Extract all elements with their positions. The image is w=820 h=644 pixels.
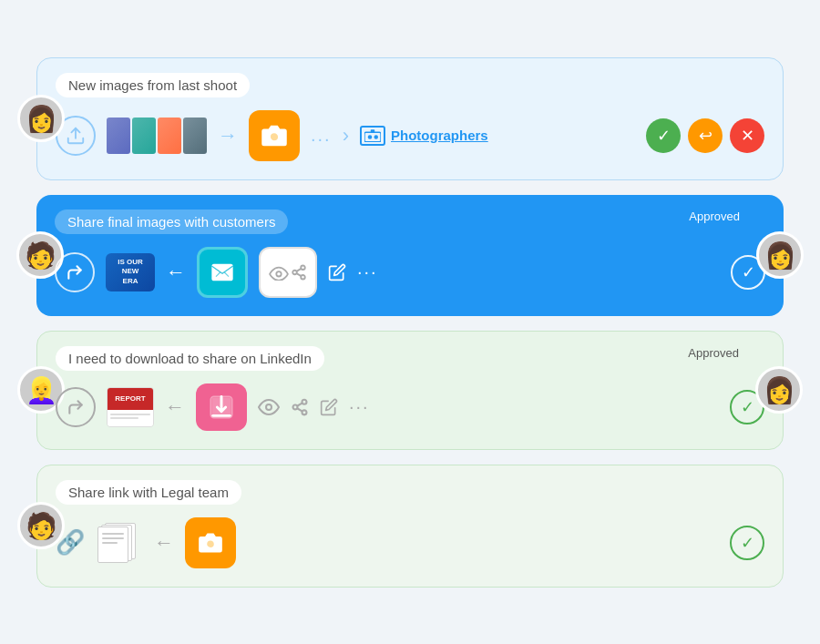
card-title-1: New images from last shoot bbox=[56, 73, 250, 97]
thumb-3 bbox=[158, 118, 181, 154]
share-icon-3[interactable] bbox=[291, 398, 309, 416]
svg-line-19 bbox=[297, 403, 302, 405]
avatar-left-4: 🧑 bbox=[17, 502, 65, 549]
card-wrapper-4: 🧑 Share link with Legal team 🔗 ← bbox=[36, 465, 784, 588]
card-title-2: Share final images with customers bbox=[55, 210, 288, 234]
card-wrapper-3: 👱‍♀️ 👩 Approved I need to download to sh… bbox=[36, 331, 784, 450]
svg-point-6 bbox=[276, 271, 281, 276]
arrow-icon-1: → bbox=[218, 124, 238, 148]
edit-icon-3[interactable] bbox=[320, 398, 338, 416]
svg-point-15 bbox=[302, 399, 307, 404]
approved-badge-2: Approved bbox=[689, 210, 740, 223]
svg-line-18 bbox=[297, 408, 302, 411]
reject-button-1[interactable]: ✕ bbox=[730, 118, 764, 153]
svg-line-11 bbox=[296, 268, 301, 271]
arrow-left-2: ← bbox=[166, 261, 186, 284]
svg-line-10 bbox=[296, 273, 301, 276]
ellipsis-2: ··· bbox=[357, 261, 378, 282]
card-3: 👱‍♀️ 👩 Approved I need to download to sh… bbox=[36, 331, 784, 450]
photographers-link[interactable]: Photographers bbox=[360, 126, 488, 146]
svg-point-20 bbox=[206, 539, 214, 547]
svg-point-1 bbox=[270, 132, 279, 141]
card-content-2: IS OUR NEWERA ← bbox=[55, 243, 765, 302]
svg-point-7 bbox=[301, 265, 305, 270]
action-buttons-1: ✓ ↩ ✕ bbox=[646, 118, 764, 153]
svg-point-8 bbox=[292, 270, 297, 274]
edit-icon-2[interactable] bbox=[328, 263, 346, 281]
camera-action-icon[interactable] bbox=[249, 110, 300, 161]
svg-point-4 bbox=[374, 135, 379, 139]
check-button-4[interactable]: ✓ bbox=[730, 526, 764, 560]
card-title-3: I need to download to share on LinkedIn bbox=[56, 346, 324, 371]
svg-rect-2 bbox=[364, 132, 381, 142]
thumb-2 bbox=[132, 118, 156, 154]
avatar-right-3: 👩 bbox=[755, 366, 803, 414]
arrow-left-3: ← bbox=[165, 395, 185, 419]
avatar-left-1: 👩 bbox=[17, 95, 65, 142]
share-options-icon[interactable] bbox=[259, 247, 317, 298]
ellipsis-3: ··· bbox=[349, 396, 370, 417]
image-preview-2: IS OUR NEWERA bbox=[106, 253, 155, 291]
svg-point-14 bbox=[266, 404, 272, 410]
arrow-icon-2: › bbox=[343, 124, 349, 148]
view-icon-3[interactable] bbox=[258, 399, 280, 415]
camera-icon-4[interactable] bbox=[185, 517, 236, 568]
thumb-1 bbox=[107, 118, 130, 154]
svg-point-9 bbox=[301, 275, 305, 280]
svg-point-16 bbox=[293, 404, 298, 409]
svg-point-17 bbox=[302, 410, 307, 414]
card-wrapper-2: 🧑 👩 Approved Share final images with cus… bbox=[36, 195, 784, 316]
card-content-3: REPORT ← bbox=[56, 380, 764, 434]
photographers-icon bbox=[360, 126, 385, 146]
reply-icon-2[interactable] bbox=[55, 252, 95, 292]
card-wrapper-1: 👩 New images from last shoot → bbox=[36, 57, 784, 180]
card-4: 🧑 Share link with Legal team 🔗 ← bbox=[36, 465, 784, 588]
return-button-1[interactable]: ↩ bbox=[688, 118, 723, 153]
pages-icon-4 bbox=[96, 523, 143, 563]
card-content-4: 🔗 ← ✓ bbox=[56, 514, 764, 572]
ellipsis-1: ... bbox=[311, 125, 332, 146]
arrow-left-4: ← bbox=[154, 531, 174, 555]
photographers-text: Photographers bbox=[391, 128, 488, 143]
image-thumbnails bbox=[107, 118, 207, 154]
thumb-4 bbox=[183, 118, 207, 154]
approved-badge-3: Approved bbox=[688, 346, 739, 360]
card-2: 🧑 👩 Approved Share final images with cus… bbox=[36, 195, 784, 316]
reply-icon-3[interactable] bbox=[56, 387, 96, 427]
svg-point-3 bbox=[368, 135, 373, 139]
send-action-icon[interactable] bbox=[197, 247, 248, 298]
avatar-right-2: 👩 bbox=[756, 231, 804, 279]
document-preview-3: REPORT bbox=[107, 387, 154, 427]
svg-rect-5 bbox=[371, 129, 375, 132]
download-action-icon[interactable] bbox=[196, 383, 247, 431]
card-1: 👩 New images from last shoot → bbox=[36, 57, 784, 180]
card-content-1: → ... › bbox=[56, 107, 764, 165]
approve-button-1[interactable]: ✓ bbox=[646, 118, 681, 153]
card-title-4: Share link with Legal team bbox=[56, 480, 241, 505]
